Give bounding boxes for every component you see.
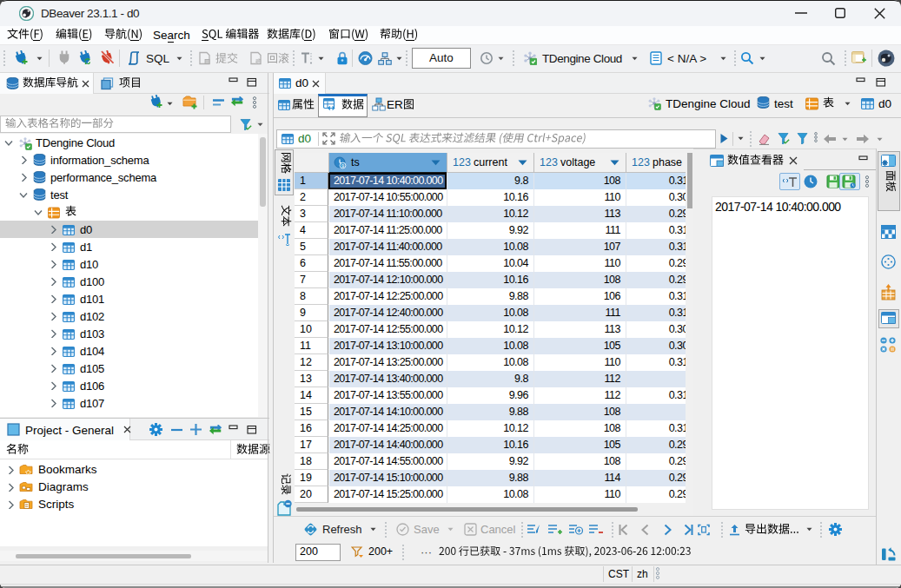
svg-text:9: 9 (341, 163, 344, 168)
